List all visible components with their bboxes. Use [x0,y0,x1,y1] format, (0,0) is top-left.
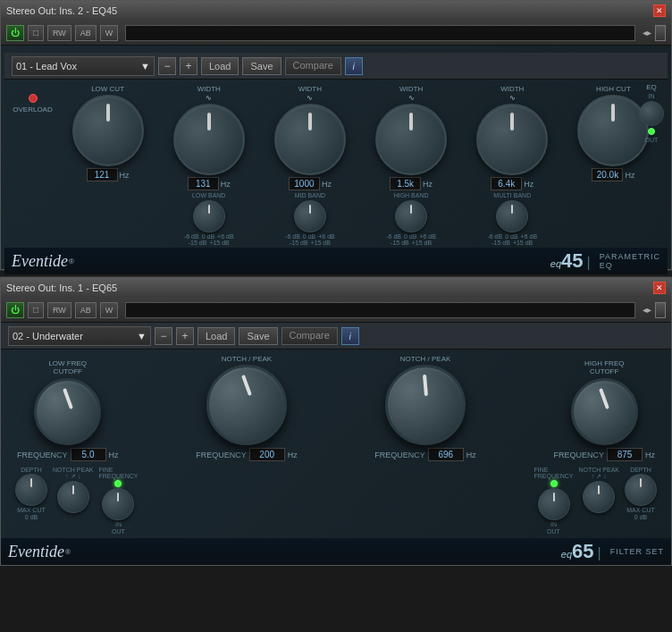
eq45-ab-button[interactable]: AB [75,25,97,41]
eq65-type: FILTER SET [610,547,664,556]
multi-band-gain-knob[interactable] [496,200,528,232]
eq45-compare-button[interactable]: Compare [285,57,341,75]
low-band-label: LOW BAND [192,192,225,198]
eq65-notch1-freq-value[interactable]: 200 [249,448,285,461]
multi-band-hz: Hz [524,180,533,189]
eq65-write-button[interactable]: W [100,302,119,318]
eq45-eq-text: eq [550,258,561,269]
eq65-compare-button[interactable]: Compare [281,327,338,345]
eq65-notch1-hz: Hz [288,451,298,459]
eq65-right-small-controls: FINEFREQUENCY IN OUT NOTCH PEAK↑ ↗ ↓ DEP… [534,467,657,535]
eq65-rw-button[interactable]: RW [47,302,71,318]
eq45-plus-button[interactable]: + [180,57,197,75]
hb-neg15: -15 dB [391,240,409,246]
eq65-load-button[interactable]: Load [197,327,235,345]
eq65-notch1-freq-label: FREQUENCY [196,451,247,459]
low-cut-freq[interactable]: 121 [87,168,118,181]
low-band-hz: Hz [221,180,231,189]
eq65-model-number: 65 [572,540,593,563]
high-cut-freq[interactable]: 20.0k [592,168,623,181]
eq65-preset-dropdown[interactable]: 02 - Underwater ▼ [8,326,151,346]
mid-band: WIDTH ∿ 1000 Hz MID BAND -6 dB 0 dB +6 d… [259,85,360,246]
low-band-pos15: +15 dB [209,240,229,246]
eq65-notch1-label: NOTCH / PEAK [222,355,272,363]
eq65-notch2-freq-label: FREQUENCY [374,451,425,459]
eq65-notchpeak2-knob[interactable] [583,481,615,513]
eq45-save-button[interactable]: Save [242,57,281,75]
eq65-notch1-knob[interactable] [206,365,287,445]
low-cut-knob[interactable] [72,95,144,166]
eq65-plus-button[interactable]: + [176,327,194,345]
mid-band-freq[interactable]: 1000 [289,177,320,190]
eq45-power-button[interactable]: ⏻ [6,25,24,41]
eq65-fine1-knob[interactable] [102,488,134,520]
eq45-square-button[interactable]: □ [28,25,44,41]
eq65-notch2-freq-value[interactable]: 696 [428,448,464,461]
eq65-out2-label: OUT [547,528,560,535]
eq65-low-freq-value[interactable]: 5.0 [71,448,106,461]
eq65-square-button[interactable]: □ [28,302,44,318]
low-band-gain-knob[interactable] [193,200,225,232]
eq65-info-button[interactable]: i [341,327,359,345]
overload-led [29,94,38,103]
eq65-left-small-controls: DEPTH MAX CUT 0 dB NOTCH PEAK↑ ↗ ↓ FINEF… [15,467,138,535]
eq65-low-freq-knob[interactable] [34,378,101,445]
eq65-low-freq-label: LOW FREQCUTOFF [48,359,87,376]
eq65-0db1-label: 0 dB [25,514,38,520]
eq65-eq-text: eq [561,549,572,560]
eq65-low-freq-label2: FREQUENCY [17,451,68,459]
mid-band-gain-knob[interactable] [294,200,326,232]
eq-led [648,128,655,135]
eq65-display [125,302,635,318]
low-band-pos6: +6 dB [217,233,234,240]
multi-band-label: MULTI BAND [493,192,531,198]
eq65-depth1-knob[interactable] [15,474,47,506]
eq45-scroll-bar[interactable] [655,25,666,41]
eq45-write-button[interactable]: W [100,25,119,41]
eq-in-out-knob[interactable] [639,101,664,126]
multi-band-freq[interactable]: 6.4k [491,177,522,190]
eq65-minus-button[interactable]: − [155,327,172,345]
eq45-rw-button[interactable]: RW [47,25,71,41]
eq65-dropdown-arrow: ▼ [137,331,147,341]
eq65-high-freq-value[interactable]: 875 [607,448,643,461]
high-band-label: HIGH BAND [394,192,429,198]
low-band: WIDTH ∿ 131 Hz LOW BAND -6 dB 0 dB +6 dB [158,85,259,246]
multi-band-knob[interactable] [476,104,548,175]
low-band-neg6: -6 dB [184,233,199,240]
eq65-close-button[interactable]: ✕ [653,282,666,294]
eq65-high-freq-knob[interactable] [571,378,638,445]
eq65-notchpeak1-knob[interactable] [57,481,89,513]
high-band-gain-knob[interactable] [395,200,427,232]
eq65-arrows[interactable]: ◂▸ [643,305,651,315]
eq45-model-section: eq 45 | PARAMETRIC EQ [550,249,660,273]
eq65-notch2-knob[interactable] [385,365,466,445]
eq45-toolbar: ⏻ □ RW AB W ◂▸ [1,21,671,46]
eq45-arrows[interactable]: ◂▸ [643,28,651,38]
eq45-preset-dropdown[interactable]: 01 - Lead Vox ▼ [12,56,155,76]
eq65-fine2-knob[interactable] [538,488,570,520]
low-band-knob[interactable] [173,104,245,175]
eq65-high-freq-band: HIGH FREQCUTOFF FREQUENCY 875 Hz [553,359,655,461]
mb-pos6: +6 dB [521,233,538,240]
high-band-knob[interactable] [375,104,447,175]
mid-band-knob[interactable] [274,104,346,175]
eq45-info-button[interactable]: i [345,57,363,75]
eq45-close-button[interactable]: ✕ [653,4,666,17]
eq45-load-button[interactable]: Load [201,57,239,75]
eq65-depth2-knob[interactable] [625,474,657,506]
eq65-0db2-label: 0 dB [634,514,647,520]
high-band-freq[interactable]: 1.5k [390,177,421,190]
mid-band-label: MID BAND [295,192,325,198]
high-band-hz: Hz [423,180,433,189]
eq65-save-button[interactable]: Save [239,327,277,345]
eq65-notch1-band: NOTCH / PEAK FREQUENCY 200 Hz [196,355,298,461]
eq65-ab-button[interactable]: AB [75,302,97,318]
eq65-window: Stereo Out: Ins. 1 - EQ65 ✕ ⏻ □ RW AB W … [0,277,672,566]
low-cut-label: LOW CUT [91,85,124,93]
eq65-power-button[interactable]: ⏻ [6,302,24,318]
mb-neg15: -15 dB [491,240,510,246]
eq45-minus-button[interactable]: − [158,57,176,75]
low-band-freq[interactable]: 131 [188,177,219,190]
eq65-scroll-bar[interactable] [655,302,666,318]
